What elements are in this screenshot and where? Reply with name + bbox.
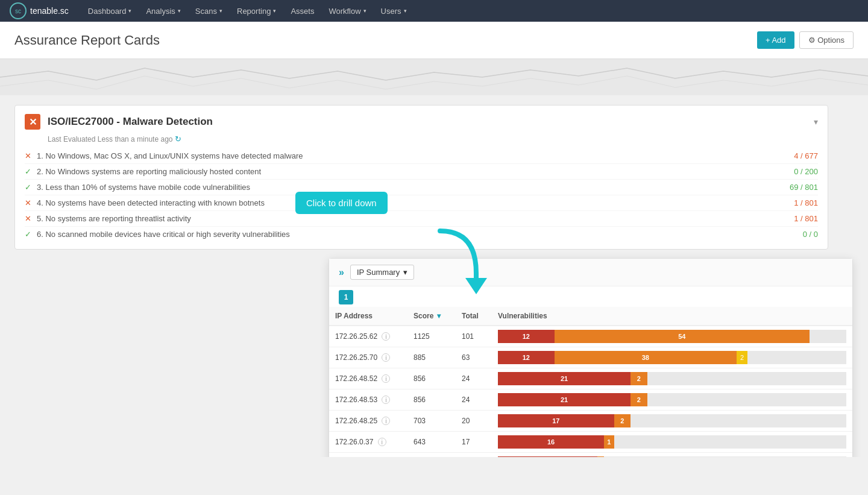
item-score: 1 / 801: [794, 198, 818, 207]
cell-ip: 172.26.48.53 i: [329, 389, 407, 411]
empty-bar: [647, 393, 847, 406]
col-total: Total: [456, 307, 492, 326]
table-row[interactable]: 172.26.48.53 i 856 24 21 2: [329, 389, 852, 411]
high-bar[interactable]: 1: [604, 435, 614, 449]
table-row[interactable]: 172.26.25.62 i 1125 101 12 54: [329, 326, 852, 347]
refresh-icon[interactable]: ↻: [175, 134, 181, 143]
high-bar[interactable]: 54: [555, 330, 810, 343]
chevron-down-icon: ▾: [273, 8, 276, 14]
critical-bar[interactable]: 15: [498, 456, 597, 457]
cell-vulnerabilities: 12 38 2: [492, 347, 852, 368]
high-bar[interactable]: 38: [555, 351, 737, 364]
info-icon[interactable]: i: [382, 332, 390, 341]
critical-bar[interactable]: 12: [498, 330, 555, 343]
report-items-list: ✕ 1. No Windows, Mac OS X, and Linux/UNI…: [15, 148, 828, 249]
nav-reporting-label: Reporting: [237, 7, 271, 16]
item-text: 4. No systems have been detected interac…: [37, 198, 794, 207]
cell-total: 17: [456, 432, 492, 453]
nav-assets[interactable]: Assets: [283, 0, 321, 22]
high-bar[interactable]: 2: [631, 372, 647, 385]
medium-bar[interactable]: 2: [737, 351, 747, 364]
info-icon[interactable]: i: [382, 417, 390, 425]
critical-bar[interactable]: 12: [498, 351, 555, 364]
expand-icon[interactable]: ▾: [814, 117, 818, 127]
vuln-bar: 21 2: [498, 372, 846, 385]
vuln-bar: 15 1: [498, 456, 846, 457]
table-row[interactable]: 172.26.48.25 i 703 20 17 2: [329, 411, 852, 432]
col-score[interactable]: Score ▾: [407, 307, 456, 326]
main-content: ✕ ISO/IEC27000 - Malware Detection ▾ Las…: [0, 95, 868, 457]
item-score: 0 / 0: [803, 230, 818, 239]
fail-icon: ✕: [25, 214, 37, 223]
critical-bar[interactable]: 21: [498, 372, 631, 385]
cell-score: 856: [407, 389, 456, 411]
report-card: ✕ ISO/IEC27000 - Malware Detection ▾ Las…: [14, 105, 828, 250]
wave-background: [0, 59, 868, 95]
ip-summary-table: IP Address Score ▾ Total Vulnerabilities…: [329, 307, 852, 457]
empty-bar: [614, 435, 847, 449]
drill-panel-header: » IP Summary ▾: [329, 259, 852, 286]
list-item: ✓ 2. No Windows systems are reporting ma…: [25, 164, 818, 180]
item-text: 5. No systems are reporting threatlist a…: [37, 214, 794, 223]
info-icon[interactable]: i: [378, 438, 386, 446]
chevron-down-icon: ▾: [219, 8, 222, 14]
drill-panel: » IP Summary ▾ 1 IP Address Score ▾ Tota…: [329, 258, 853, 457]
vuln-bar: 12 54: [498, 330, 846, 343]
critical-bar[interactable]: 16: [498, 435, 604, 449]
pass-icon: ✓: [25, 167, 37, 176]
brand-name: tenable.sc: [30, 6, 69, 16]
cell-total: 63: [456, 347, 492, 368]
item-score: 4 / 677: [794, 151, 818, 160]
dropdown-chevron-icon: ▾: [403, 268, 407, 277]
table-row[interactable]: 172.26.48.100 i 613 17 15 1: [329, 453, 852, 458]
vuln-bar: 17 2: [498, 414, 846, 427]
options-button[interactable]: ⚙ Options: [799, 31, 854, 49]
ip-summary-dropdown[interactable]: IP Summary ▾: [350, 265, 414, 280]
critical-bar[interactable]: 17: [498, 414, 614, 427]
info-icon[interactable]: i: [382, 396, 390, 404]
cell-vulnerabilities: 16 1: [492, 432, 852, 453]
nav-scans[interactable]: Scans ▾: [188, 0, 230, 22]
sort-icon: ▾: [437, 312, 441, 320]
cell-score: 856: [407, 368, 456, 389]
cell-ip: 172.26.25.62 i: [329, 326, 407, 347]
cell-vulnerabilities: 17 2: [492, 411, 852, 432]
empty-bar: [810, 330, 846, 343]
nav-users[interactable]: Users ▾: [374, 0, 414, 22]
vuln-bar: 16 1: [498, 435, 846, 449]
cell-total: 17: [456, 453, 492, 458]
info-icon[interactable]: i: [382, 374, 390, 383]
high-bar[interactable]: 2: [631, 393, 647, 406]
close-button[interactable]: ✕: [25, 114, 40, 130]
nav-reporting[interactable]: Reporting ▾: [230, 0, 283, 22]
vuln-bar: 12 38 2: [498, 351, 846, 364]
nav-analysis-label: Analysis: [146, 7, 175, 16]
item-text: 3. Less than 10% of systems have mobile …: [37, 183, 790, 192]
table-row[interactable]: 172.26.0.37 i 643 17 16 1: [329, 432, 852, 453]
cell-vulnerabilities: 12 54: [492, 326, 852, 347]
nav-analysis[interactable]: Analysis ▾: [139, 0, 187, 22]
info-icon[interactable]: i: [382, 353, 390, 362]
table-row[interactable]: 172.26.48.52 i 856 24 21 2: [329, 368, 852, 389]
critical-bar[interactable]: 21: [498, 393, 631, 406]
empty-bar: [631, 414, 846, 427]
cell-total: 101: [456, 326, 492, 347]
nav-dashboard[interactable]: Dashboard ▾: [81, 0, 139, 22]
cell-vulnerabilities: 21 2: [492, 389, 852, 411]
high-bar[interactable]: 2: [614, 414, 631, 427]
panel-nav-button[interactable]: »: [339, 267, 344, 278]
cell-ip: 172.26.48.100 i: [329, 453, 407, 458]
item-text: 1. No Windows, Mac OS X, and Linux/UNIX …: [37, 151, 794, 160]
cell-total: 24: [456, 389, 492, 411]
brand[interactable]: sc tenable.sc: [10, 2, 69, 19]
last-evaluated-text: Last Evaluated Less than a minute ago: [48, 135, 172, 143]
cell-vulnerabilities: 21 2: [492, 368, 852, 389]
chevron-down-icon: ▾: [363, 8, 366, 14]
table-row[interactable]: 172.26.25.70 i 885 63 12 38 2: [329, 347, 852, 368]
cell-ip: 172.26.25.70 i: [329, 347, 407, 368]
fail-icon: ✕: [25, 198, 37, 207]
nav-workflow[interactable]: Workflow ▾: [321, 0, 373, 22]
add-button[interactable]: + Add: [757, 31, 794, 49]
high-bar[interactable]: 1: [597, 456, 604, 457]
list-item: ✕ 4. No systems have been detected inter…: [25, 195, 818, 211]
